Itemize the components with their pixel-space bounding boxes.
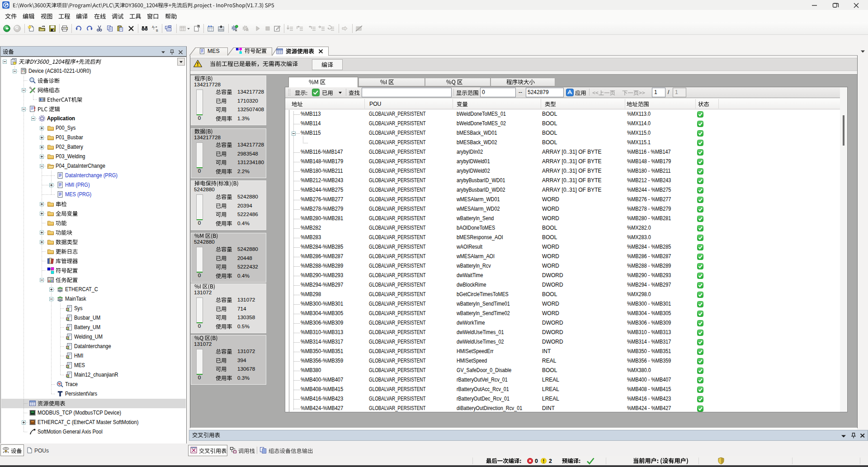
svg-text:B: B <box>156 29 158 32</box>
